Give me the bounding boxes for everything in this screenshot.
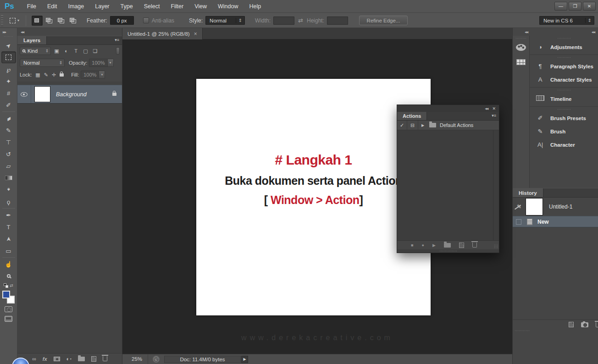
- collapse-panel-icon[interactable]: ◀◀: [485, 107, 488, 110]
- feather-input[interactable]: 0 px: [110, 16, 134, 25]
- delete-state-icon[interactable]: [596, 322, 598, 327]
- document-tab[interactable]: Untitled-1 @ 25% (RGB/8) ×: [122, 28, 203, 39]
- eyedropper-tool[interactable]: ✐: [0, 99, 17, 111]
- layer-name[interactable]: Background: [56, 91, 87, 98]
- history-snapshot-row[interactable]: ✎ Untitled-1: [513, 198, 598, 216]
- tab-actions[interactable]: Actions: [397, 112, 427, 120]
- panel-menu-icon[interactable]: ▾≡: [492, 113, 496, 118]
- panel-menu-icon[interactable]: ▾≡: [115, 38, 119, 42]
- menu-type[interactable]: Type: [121, 3, 133, 10]
- toolbar-grip[interactable]: [4, 36, 14, 38]
- zoom-level-field[interactable]: 25%: [126, 354, 148, 364]
- close-panel-icon[interactable]: ✕: [492, 106, 496, 111]
- delete-layer-icon[interactable]: [103, 356, 107, 361]
- dock-grip[interactable]: [515, 38, 526, 39]
- anti-alias-checkbox[interactable]: [143, 17, 149, 23]
- new-adjustment-layer-icon[interactable]: ◐ ▾: [66, 356, 72, 362]
- menu-select[interactable]: Select: [144, 3, 160, 10]
- lock-pixels-icon[interactable]: ✎: [44, 72, 48, 78]
- new-selection-button[interactable]: [32, 16, 43, 26]
- pen-tool[interactable]: ✒: [0, 209, 17, 221]
- new-document-from-state-icon[interactable]: [569, 322, 574, 327]
- delete-action-icon[interactable]: [472, 243, 477, 248]
- history-state-name[interactable]: New: [537, 219, 549, 225]
- panel-button-brush[interactable]: ✎ Brush: [530, 125, 598, 138]
- new-set-icon[interactable]: [444, 243, 451, 248]
- layer-style-icon[interactable]: fx: [43, 356, 47, 362]
- group-drag-handle[interactable]: [557, 38, 571, 39]
- close-button[interactable]: ✕: [583, 2, 596, 11]
- spot-healing-brush-tool[interactable]: ▰: [0, 112, 17, 124]
- layer-thumbnail[interactable]: [34, 86, 50, 102]
- new-layer-icon[interactable]: [91, 356, 96, 362]
- lock-position-icon[interactable]: ✛: [52, 72, 56, 78]
- eye-icon[interactable]: [21, 92, 28, 97]
- minimize-button[interactable]: —: [554, 2, 567, 11]
- width-input[interactable]: [273, 17, 294, 25]
- record-icon[interactable]: ●: [421, 243, 424, 248]
- blend-mode-select[interactable]: Normal ⇕: [20, 59, 65, 67]
- panel-button-character-styles[interactable]: A Character Styles: [530, 73, 598, 86]
- lock-all-icon[interactable]: [60, 73, 64, 77]
- add-to-selection-button[interactable]: [44, 16, 55, 26]
- actions-titlebar[interactable]: ◀◀ ✕: [397, 105, 499, 112]
- play-icon[interactable]: ▶: [432, 243, 436, 248]
- status-flyout-icon[interactable]: ▶: [241, 356, 248, 363]
- brush-tool[interactable]: ✎: [0, 124, 17, 136]
- lock-transparency-icon[interactable]: ▦: [35, 72, 40, 78]
- chevron-down-icon[interactable]: ▾: [107, 59, 113, 66]
- group-drag-handle[interactable]: [557, 57, 571, 59]
- group-drag-handle[interactable]: [557, 109, 571, 110]
- snapshot-thumbnail[interactable]: [526, 198, 543, 215]
- subtract-from-selection-button[interactable]: [55, 16, 66, 26]
- history-state-row[interactable]: New: [513, 216, 598, 227]
- filtering-toggle[interactable]: [116, 47, 120, 55]
- chevron-down-icon[interactable]: ▾: [99, 71, 105, 78]
- intersect-selection-button[interactable]: [67, 16, 78, 26]
- type-tool[interactable]: T: [0, 221, 17, 233]
- layer-row-background[interactable]: Background: [17, 85, 122, 104]
- filter-pixel-layers-icon[interactable]: ▣: [53, 48, 61, 54]
- new-action-icon[interactable]: [459, 243, 464, 248]
- swap-dimensions-icon[interactable]: ⇄: [298, 17, 303, 24]
- new-snapshot-icon[interactable]: [581, 322, 588, 327]
- new-group-icon[interactable]: [78, 357, 85, 361]
- hand-tool[interactable]: ☝: [0, 258, 17, 270]
- tab-history[interactable]: History: [513, 188, 543, 197]
- screen-mode-button[interactable]: [5, 316, 12, 322]
- history-brush-source-icon[interactable]: ✎: [513, 204, 526, 210]
- default-colors-icon[interactable]: [4, 283, 8, 288]
- menu-file[interactable]: File: [27, 3, 36, 10]
- panel-drag-handle[interactable]: [439, 250, 457, 252]
- collapse-panel-icon[interactable]: ◀◀: [592, 30, 595, 33]
- filter-type-layers-icon[interactable]: T: [72, 48, 80, 54]
- path-selection-tool[interactable]: ➤: [0, 233, 17, 245]
- menu-edit[interactable]: Edit: [47, 3, 57, 10]
- stop-icon[interactable]: ■: [411, 243, 413, 248]
- panel-button-character[interactable]: A| Character: [530, 138, 598, 151]
- swatches-panel-icon[interactable]: [516, 59, 526, 65]
- menu-filter[interactable]: Filter: [171, 3, 183, 10]
- menu-image[interactable]: Image: [68, 3, 84, 10]
- collapse-panel-icon[interactable]: ◀◀: [21, 30, 24, 33]
- options-bar-grip[interactable]: [1, 15, 3, 26]
- lasso-tool[interactable]: ℘: [0, 63, 17, 75]
- layer-filter-select[interactable]: Kind ⇕: [20, 47, 51, 55]
- panel-button-adjustments[interactable]: ◑ Adjustments: [530, 40, 598, 54]
- filter-adjustment-layers-icon[interactable]: ◐: [62, 48, 70, 54]
- swap-colors-icon[interactable]: ⇄: [10, 283, 13, 288]
- dialog-toggle-icon[interactable]: ⊟: [407, 121, 418, 130]
- close-tab-icon[interactable]: ×: [194, 31, 197, 37]
- menu-layer[interactable]: Layer: [95, 3, 109, 10]
- action-set-row[interactable]: ✓ ⊟ ▶ Default Actions: [397, 121, 499, 130]
- opacity-input[interactable]: 100% ▾: [89, 59, 113, 67]
- workspace-select[interactable]: New in CS 6 ⇕: [539, 16, 594, 25]
- color-panel-icon[interactable]: [516, 44, 526, 51]
- link-layers-icon[interactable]: ∞: [32, 356, 36, 362]
- menu-help[interactable]: Help: [249, 3, 261, 10]
- foreground-color-swatch[interactable]: [2, 291, 10, 298]
- resize-grip[interactable]: [494, 244, 498, 248]
- filter-shape-layers-icon[interactable]: ▢: [82, 48, 89, 54]
- clone-stamp-tool[interactable]: ⊤: [0, 136, 17, 148]
- dock-resize-handle[interactable]: [515, 330, 530, 332]
